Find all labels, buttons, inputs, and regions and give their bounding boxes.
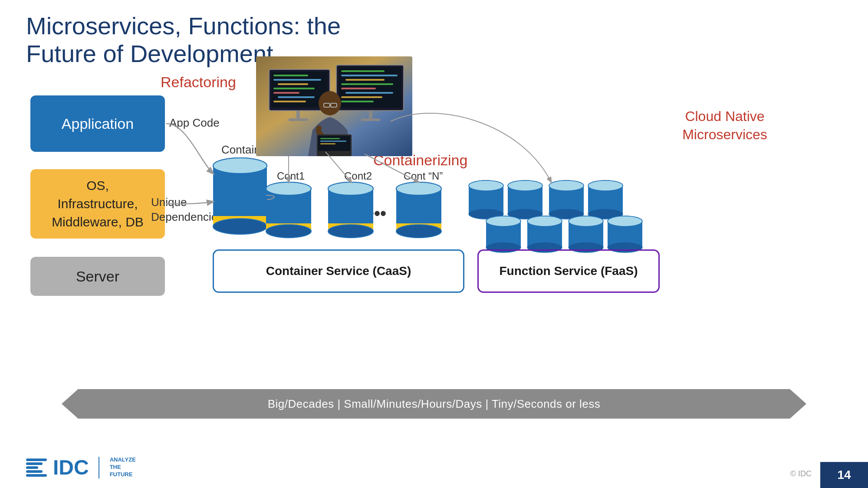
svg-rect-45 — [328, 223, 373, 231]
idc-divider — [99, 457, 99, 478]
svg-rect-7 — [273, 92, 299, 94]
svg-rect-21 — [341, 101, 374, 102]
idc-logo: IDC ANALYZE THE FUTURE — [26, 455, 136, 479]
svg-point-77 — [569, 216, 603, 226]
svg-rect-10 — [296, 111, 300, 119]
svg-point-63 — [549, 209, 584, 219]
svg-rect-4 — [273, 79, 321, 81]
svg-point-81 — [608, 216, 642, 226]
svg-rect-78 — [569, 221, 603, 247]
svg-point-57 — [508, 180, 542, 191]
svg-rect-44 — [328, 189, 373, 232]
server-box: Server — [30, 257, 165, 296]
svg-rect-18 — [341, 88, 376, 89]
svg-point-53 — [469, 180, 503, 191]
arrow-text: Big/Decades | Small/Minutes/Hours/Days |… — [268, 397, 601, 411]
svg-point-43 — [328, 182, 373, 195]
contn-label: Cont “N” — [397, 170, 449, 182]
svg-point-46 — [328, 225, 373, 238]
caas-box: Container Service (CaaS) — [213, 249, 464, 293]
svg-point-73 — [527, 216, 562, 226]
scale-arrow: Big/Decades | Small/Minutes/Hours/Days |… — [78, 389, 790, 419]
svg-point-72 — [486, 216, 521, 226]
application-box: Application — [30, 95, 165, 152]
svg-point-64 — [549, 180, 584, 191]
svg-rect-40 — [266, 223, 311, 231]
svg-rect-39 — [266, 189, 311, 232]
svg-point-80 — [569, 216, 603, 226]
svg-rect-8 — [278, 96, 315, 98]
svg-rect-82 — [608, 221, 642, 247]
svg-point-33 — [213, 158, 267, 174]
svg-point-76 — [527, 216, 562, 226]
os-infra-box: OS, Infrastructure, Middleware, DB — [30, 169, 165, 239]
svg-point-84 — [608, 216, 642, 226]
svg-point-47 — [328, 182, 373, 195]
svg-rect-6 — [273, 88, 315, 89]
faas-box: Function Service (FaaS) — [477, 249, 660, 293]
svg-point-55 — [469, 209, 503, 219]
svg-rect-32 — [320, 143, 335, 144]
cont1-label: Cont1 — [269, 170, 312, 182]
svg-point-61 — [549, 180, 584, 191]
ellipsis: ••• — [368, 204, 386, 223]
svg-point-56 — [469, 180, 503, 191]
svg-rect-16 — [345, 79, 385, 81]
svg-point-42 — [266, 182, 311, 195]
svg-point-41 — [266, 225, 311, 238]
footer: IDC ANALYZE THE FUTURE © IDC 14 — [0, 449, 868, 488]
svg-point-37 — [213, 158, 267, 174]
svg-point-65 — [588, 180, 623, 191]
svg-point-67 — [588, 209, 623, 219]
app-code-label: App Code — [169, 116, 220, 130]
svg-rect-15 — [341, 75, 398, 76]
idc-lines-icon — [26, 459, 47, 477]
svg-rect-50 — [396, 223, 441, 231]
svg-rect-74 — [527, 221, 562, 247]
svg-rect-20 — [341, 96, 382, 98]
svg-point-59 — [508, 209, 542, 219]
svg-rect-23 — [361, 118, 380, 121]
cont2-label: Cont2 — [336, 170, 380, 182]
unique-dep-label: Unique Dependencies — [151, 195, 223, 225]
svg-rect-54 — [469, 186, 503, 214]
svg-rect-14 — [341, 70, 385, 72]
svg-point-51 — [396, 225, 441, 238]
developer-photo — [256, 56, 412, 156]
svg-rect-17 — [341, 83, 393, 85]
copyright-text: © IDC — [790, 469, 812, 478]
refactoring-label: Refactoring — [161, 74, 236, 91]
idc-tagline: ANALYZE THE FUTURE — [110, 456, 136, 478]
svg-point-38 — [266, 182, 311, 195]
svg-rect-11 — [289, 118, 308, 121]
svg-rect-9 — [273, 101, 306, 102]
svg-point-52 — [396, 182, 441, 195]
svg-point-68 — [588, 180, 623, 191]
svg-point-60 — [508, 180, 542, 191]
svg-point-69 — [486, 216, 521, 226]
svg-rect-3 — [273, 75, 308, 76]
svg-rect-66 — [588, 186, 623, 214]
svg-rect-31 — [320, 141, 346, 142]
svg-rect-49 — [396, 189, 441, 232]
cloud-native-label: Cloud Native Microservices — [642, 108, 807, 144]
page-number: 14 — [820, 462, 868, 488]
svg-rect-5 — [278, 83, 308, 85]
svg-rect-58 — [508, 186, 542, 214]
svg-rect-62 — [549, 186, 584, 214]
svg-point-48 — [396, 182, 441, 195]
svg-rect-30 — [320, 138, 340, 139]
svg-rect-22 — [369, 111, 372, 119]
svg-rect-19 — [345, 92, 393, 94]
svg-rect-70 — [486, 221, 521, 247]
idc-brand-text: IDC — [53, 455, 89, 479]
